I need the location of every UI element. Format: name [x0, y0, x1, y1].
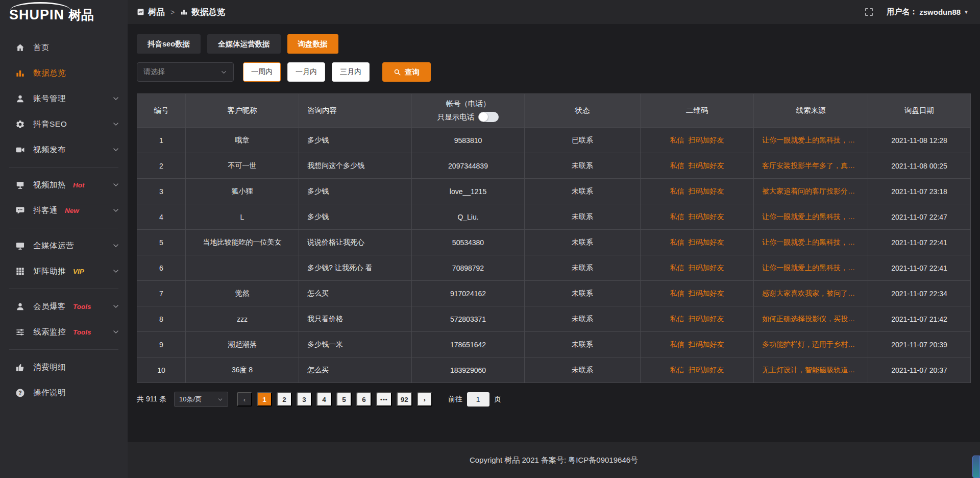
cell-nickname: 当地比较能吃的一位美女 — [186, 230, 299, 255]
tab-0[interactable]: 抖音seo数据 — [137, 34, 201, 54]
page-footer: Copyright 树品 2021 备案号: 粤ICP备09019646号 — [128, 442, 980, 478]
page-button-5[interactable]: 5 — [336, 392, 352, 407]
prev-page-button[interactable]: ‹ — [237, 392, 252, 407]
breadcrumb-app-icon — [137, 8, 144, 16]
page-button-2[interactable]: 2 — [277, 392, 292, 407]
source-link[interactable]: 让你一眼就爱上的黑科技，能... — [762, 136, 860, 145]
sidebar-item-9[interactable]: 会员爆客Tools — [0, 294, 128, 319]
cell-source: 多功能护栏灯，适用于乡村文... — [754, 332, 868, 357]
app-logo[interactable]: SHUPIN 树品 — [0, 0, 128, 30]
scan-add-friend-link[interactable]: 扫码加好友 — [689, 289, 724, 298]
fullscreen-icon[interactable] — [865, 8, 873, 16]
cell-nickname: 狐小狸 — [186, 179, 299, 204]
sidebar-item-label: 全媒体运营 — [33, 241, 74, 251]
page-button-1[interactable]: 1 — [257, 392, 272, 407]
cell-no: 8 — [137, 306, 186, 332]
source-link[interactable]: 让你一眼就爱上的黑科技，能... — [762, 264, 860, 273]
scan-add-friend-link[interactable]: 扫码加好友 — [689, 161, 724, 171]
scan-add-friend-link[interactable]: 扫码加好友 — [689, 238, 724, 247]
scan-add-friend-link[interactable]: 扫码加好友 — [689, 366, 724, 375]
sidebar-item-badge: New — [65, 207, 79, 214]
source-link[interactable]: 让你一眼就爱上的黑科技，能... — [762, 238, 860, 247]
search-button[interactable]: 查询 — [382, 62, 431, 82]
pagination-total: 共 911 条 — [137, 395, 166, 404]
spend-icon — [15, 363, 25, 372]
tab-2[interactable]: 询盘数据 — [287, 34, 338, 54]
scan-add-friend-link[interactable]: 扫码加好友 — [689, 212, 724, 222]
goto-suffix: 页 — [494, 395, 501, 404]
private-message-link[interactable]: 私信 — [670, 289, 684, 298]
column-header-6: 线索来源 — [754, 94, 868, 128]
scan-add-friend-link[interactable]: 扫码加好友 — [689, 340, 724, 349]
sidebar-divider — [9, 228, 118, 228]
page-button-92[interactable]: 92 — [397, 392, 412, 407]
scan-add-friend-link[interactable]: 扫码加好友 — [689, 315, 724, 324]
scan-add-friend-link[interactable]: 扫码加好友 — [689, 136, 724, 145]
source-link[interactable]: 多功能护栏灯，适用于乡村文... — [762, 340, 860, 349]
sidebar-item-10[interactable]: 线索监控Tools — [0, 319, 128, 345]
private-message-link[interactable]: 私信 — [670, 238, 684, 247]
private-message-link[interactable]: 私信 — [670, 264, 684, 273]
cell-status: 未联系 — [525, 255, 641, 281]
tab-1[interactable]: 全媒体运营数据 — [207, 34, 281, 54]
private-message-link[interactable]: 私信 — [670, 340, 684, 349]
sliders-icon — [15, 327, 25, 337]
page-button-4[interactable]: 4 — [316, 392, 332, 407]
scan-add-friend-link[interactable]: 扫码加好友 — [689, 264, 724, 273]
sidebar-item-badge: Hot — [73, 181, 85, 189]
phone-only-toggle[interactable] — [478, 112, 499, 122]
private-message-link[interactable]: 私信 — [670, 136, 684, 145]
sidebar-item-4[interactable]: 视频发布 — [0, 137, 128, 162]
sidebar-item-7[interactable]: 全媒体运营 — [0, 233, 128, 258]
floating-widget-icon[interactable] — [972, 456, 980, 478]
main-area: 树品 > 数据总览 用户名： zswodun88 ▼ 抖音seo数据全媒体运营数… — [128, 0, 980, 478]
table-row: 4L多少钱Q_Liu.未联系私信扫码加好友让你一眼就爱上的黑科技，能...202… — [137, 204, 970, 230]
sidebar-item-2[interactable]: 账号管理 — [0, 86, 128, 111]
cell-account: 183929060 — [412, 357, 525, 383]
private-message-link[interactable]: 私信 — [670, 315, 684, 324]
chevron-down-icon — [217, 397, 223, 402]
range-button-2[interactable]: 三月内 — [332, 62, 370, 82]
page-button-6[interactable]: 6 — [356, 392, 372, 407]
cell-source: 被大家追着问的客厅投影分享... — [754, 179, 868, 204]
source-link[interactable]: 客厅安装投影半年多了，真实... — [762, 161, 860, 171]
sidebar-item-1[interactable]: 数据总览 — [0, 60, 128, 86]
range-button-1[interactable]: 一月内 — [287, 62, 325, 82]
source-link[interactable]: 无主灯设计，智能磁吸轨道灯... — [762, 366, 860, 375]
sidebar-item-6[interactable]: 抖客通New — [0, 198, 128, 223]
page-size-select[interactable]: 10条/页 — [174, 392, 228, 407]
account-select[interactable]: 请选择 — [137, 62, 234, 82]
private-message-link[interactable]: 私信 — [670, 187, 684, 196]
cell-content: 多少钱一米 — [299, 332, 412, 357]
sidebar-item-badge: VIP — [73, 268, 84, 275]
next-page-button[interactable]: › — [417, 392, 432, 407]
cell-nickname: 潮起潮落 — [186, 332, 299, 357]
sidebar-item-5[interactable]: 视频加热Hot — [0, 172, 128, 198]
goto-page-input[interactable] — [467, 392, 489, 407]
sidebar-item-12[interactable]: ?操作说明 — [0, 380, 128, 405]
sidebar-item-3[interactable]: 抖音SEO — [0, 111, 128, 137]
cell-qrcode: 私信扫码加好友 — [641, 306, 754, 332]
page-button-3[interactable]: 3 — [297, 392, 312, 407]
source-link[interactable]: 被大家追着问的客厅投影分享... — [762, 187, 860, 196]
range-button-0[interactable]: 一周内 — [243, 62, 281, 82]
cell-nickname: L — [186, 204, 299, 230]
private-message-link[interactable]: 私信 — [670, 212, 684, 222]
private-message-link[interactable]: 私信 — [670, 366, 684, 375]
source-link[interactable]: 如何正确选择投影仪，买投影... — [762, 315, 860, 324]
cell-status: 未联系 — [525, 230, 641, 255]
private-message-link[interactable]: 私信 — [670, 161, 684, 171]
scan-add-friend-link[interactable]: 扫码加好友 — [689, 187, 724, 196]
sidebar-item-8[interactable]: 矩阵助推VIP — [0, 258, 128, 284]
page-ellipsis-button[interactable]: ••• — [376, 392, 392, 407]
sidebar-item-0[interactable]: 首页 — [0, 35, 128, 60]
source-link[interactable]: 让你一眼就爱上的黑科技，能... — [762, 212, 860, 222]
cell-qrcode: 私信扫码加好友 — [641, 128, 754, 153]
cell-date: 2021-11-08 12:28 — [868, 128, 970, 153]
cell-qrcode: 私信扫码加好友 — [641, 332, 754, 357]
sidebar-item-11[interactable]: 消费明细 — [0, 354, 128, 380]
cell-account: 917024162 — [412, 281, 525, 306]
user-menu[interactable]: 用户名： zswodun88 ▼ — [887, 7, 969, 17]
breadcrumb-root[interactable]: 树品 — [148, 7, 165, 18]
source-link[interactable]: 感谢大家喜欢我家，被问了好... — [762, 289, 860, 298]
